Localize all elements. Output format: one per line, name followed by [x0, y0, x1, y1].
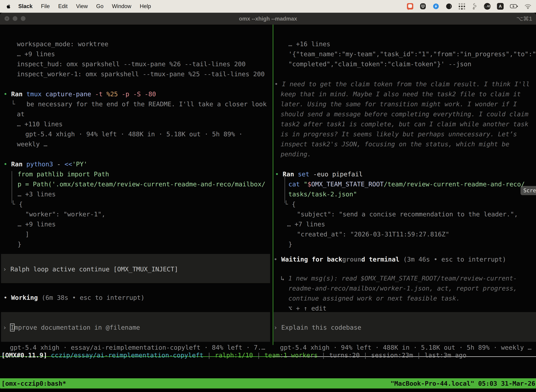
battery-icon[interactable]	[510, 4, 518, 9]
text-segment: I need to get the claim token from the c…	[282, 80, 530, 88]
text-segment: be necessary for the end of the README. …	[27, 100, 267, 108]
text-segment: "completed","claim_token":"claim-token"}…	[288, 61, 471, 68]
dots-grid-icon[interactable]	[459, 3, 465, 10]
text-segment: ]	[25, 231, 29, 238]
block-connector-line	[12, 171, 12, 203]
status-segment: |	[253, 352, 264, 359]
menu-bar-status-icons: ..61 A	[407, 3, 531, 10]
input-source-label: A	[499, 4, 502, 9]
right-pane-line: cat "$OMX_TEAM_STATE_ROOT/team/review-cu…	[288, 179, 525, 189]
text-segment: weekly …	[17, 140, 47, 148]
text-segment: -p	[122, 90, 133, 98]
tmux-status-bar[interactable]: [omx-cczip0:bash* "MacBook-Pro-44.local"…	[0, 378, 536, 388]
right-pane-line: later. Using the same for transition mig…	[281, 99, 517, 109]
text-segment: Waiting for back	[281, 256, 342, 263]
countdown-label: ..61	[484, 5, 490, 8]
text-segment: gpt-5.4 xhigh · 94% left · 488K in · 5.1…	[25, 131, 243, 138]
text-segment: -80	[144, 90, 156, 98]
text-segment: is in progress? It seems likely but perh…	[281, 131, 517, 138]
right-pane-line: "created_at": "2026-03-31T11:59:27.816Z"	[297, 229, 449, 239]
terminal-content[interactable]: Scre workspace_mode: worktree… +9 linesi…	[0, 25, 536, 389]
text-segment: Ran	[11, 90, 26, 98]
text-segment: set	[298, 171, 313, 178]
right-pane-line: tasks/task-2.json"	[288, 189, 357, 199]
right-pane-line: continue assigned work or next feasible …	[288, 293, 460, 303]
left-pane-line: › Ralph loop active continue [OMX_TMUX_I…	[3, 264, 178, 274]
countdown-badge-icon[interactable]: ..61	[484, 3, 491, 10]
left-pane-line: "worker": "worker-1",	[25, 209, 105, 219]
status-segment: |	[203, 352, 215, 359]
moon-app-icon[interactable]	[446, 3, 452, 10]
status-segment: |	[360, 352, 371, 359]
left-pane-line: from pathlib import Path	[18, 169, 109, 179]
status-segment: turns:20	[329, 352, 360, 359]
right-pane-line: readme-and-reco/mailbox/worker-1.json, a…	[288, 283, 517, 293]
squiggle-icon[interactable]	[472, 3, 478, 10]
text-segment: "	[304, 181, 308, 188]
text-segment: •	[4, 90, 11, 98]
text-segment: $	[307, 181, 311, 188]
text-segment: inspect_worker-1: omx sparkshell --tmux-…	[17, 70, 265, 78]
menu-item-view[interactable]: View	[72, 3, 92, 9]
text-segment: ↳	[281, 275, 288, 282]
left-pane-line: └ {	[11, 199, 23, 209]
right-pane-line: is in progress? It seems likely but perh…	[281, 129, 517, 139]
left-pane-line: at	[17, 109, 24, 119]
text-segment: capture-pane	[45, 90, 95, 98]
text-segment: groun	[342, 256, 361, 263]
window-title-bar[interactable]: omx --xhigh --madmax ⌥⌘1	[0, 13, 536, 25]
text-segment: -S	[133, 90, 144, 98]
left-pane-line: inspect_hud: omx sparkshell --tmux-pane …	[17, 59, 245, 69]
left-pane-line: └ be necessary for the end of the README…	[11, 99, 267, 109]
screenshot-chat-icon[interactable]	[407, 3, 413, 9]
text-segment: p = Path('.omx/state/team/review-current…	[18, 181, 265, 188]
menu-item-slack[interactable]: Slack	[11, 3, 37, 9]
text-segment	[15, 100, 27, 108]
text-segment: inspect task2's JSON, focusing on the st…	[281, 140, 509, 148]
status-segment: |	[318, 352, 329, 359]
text-segment: keep that in mind. Maybe I also need the…	[281, 90, 521, 98]
text-segment: at	[17, 111, 24, 118]
right-pane-line: should send a message before completing …	[281, 109, 528, 119]
wifi-icon[interactable]	[524, 4, 531, 9]
menu-item-help[interactable]: Help	[136, 3, 155, 9]
tmux-host-clock: "MacBook-Pro-44.local" 05:03 31-Mar-26	[390, 380, 536, 387]
text-segment: -t	[95, 90, 106, 98]
text-segment: from pathlib import Path	[18, 171, 109, 178]
apple-menu-icon[interactable]	[6, 4, 11, 9]
left-pane-line: • Working (6m 38s • esc to interrupt)	[4, 293, 144, 303]
menu-item-window[interactable]: Window	[108, 3, 135, 9]
menu-bar: SlackFileEditViewGoWindowHelp	[0, 0, 536, 13]
input-source-icon[interactable]: A	[497, 3, 504, 10]
right-pane-line: … +16 lines	[288, 39, 330, 49]
status-segment: last:3m ago	[425, 352, 466, 359]
pane-border	[273, 25, 273, 345]
text-segment: ›	[3, 324, 10, 331]
menu-item-go[interactable]: Go	[92, 3, 108, 9]
status-segment: [OMX#0.11.9]	[1, 352, 47, 359]
right-pane-line: '{"team_name":"my-team","task_id":"1","f…	[288, 49, 536, 59]
left-pane-line: • Ran python3 - <<'PY'	[4, 159, 87, 169]
keypad-shield-icon[interactable]	[420, 3, 426, 10]
text-segment: Ran	[11, 160, 26, 168]
text-segment: ›	[274, 324, 281, 331]
omx-status-line: [OMX#0.11.9] cczip/essay/ai-reimplementa…	[1, 350, 466, 360]
menu-item-edit[interactable]: Edit	[54, 3, 72, 9]
text-segment: └	[11, 100, 15, 108]
text-segment: … +16 lines	[288, 40, 330, 48]
left-pane-line: … +9 lines	[18, 219, 56, 229]
sync-badge-icon[interactable]	[433, 3, 439, 10]
text-segment: 1 new msg(s): read $OMX_TEAM_STATE_ROOT/…	[288, 275, 517, 282]
text-segment: •	[275, 171, 282, 178]
left-pane-line: … +9 lines	[17, 49, 55, 59]
screen: SlackFileEditViewGoWindowHelp	[0, 0, 536, 392]
text-segment: … +7 lines	[287, 221, 325, 228]
text-segment: (6m 38s • esc to interrupt)	[38, 294, 144, 301]
text-segment: -	[57, 160, 64, 168]
text-segment: task2 after task1 is complete, but can I…	[281, 121, 528, 128]
menu-item-file[interactable]: File	[37, 3, 54, 9]
left-pane-line: gpt-5.4 xhigh · 94% left · 488K in · 5.1…	[25, 129, 243, 139]
right-pane-line: • Ran set -euo pipefail	[275, 169, 363, 179]
text-segment: continue assigned work or next feasible …	[288, 295, 460, 302]
text-segment: '{"team_name":"my-team","task_id":"1","f…	[288, 50, 536, 58]
